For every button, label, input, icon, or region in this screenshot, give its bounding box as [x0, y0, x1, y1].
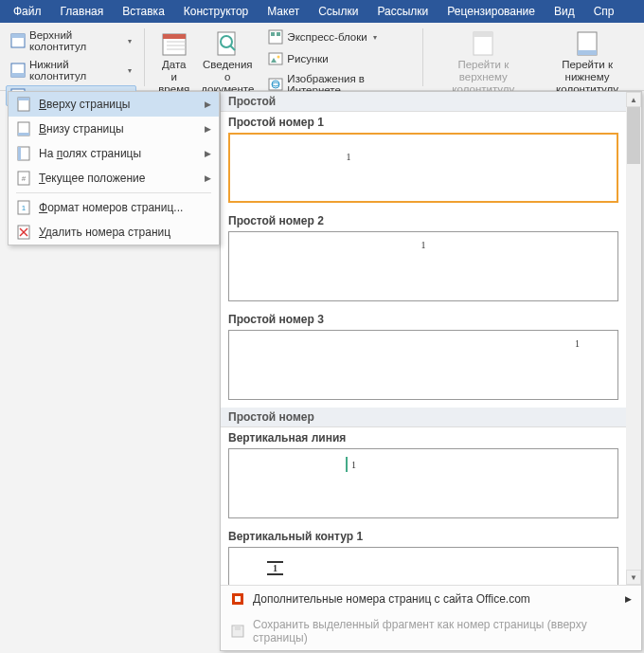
save-icon: [230, 624, 245, 639]
menu-file[interactable]: Файл: [4, 0, 51, 23]
quick-parts-label: Экспресс-блоки: [287, 31, 367, 43]
menu-insert[interactable]: Вставка: [113, 0, 174, 23]
menu-layout[interactable]: Макет: [258, 0, 309, 23]
arrow-right-icon: ▶: [625, 594, 632, 604]
gallery-item-title: Простой номер 2: [221, 210, 626, 229]
svg-rect-1: [11, 34, 25, 38]
pictures-button[interactable]: Рисунки: [263, 48, 414, 69]
menu-view[interactable]: Вид: [545, 0, 584, 23]
submenu-label: На полях страницы: [39, 147, 141, 160]
svg-rect-3: [11, 73, 25, 77]
header-top-button[interactable]: Верхний колонтитул ▾: [6, 27, 136, 55]
goto-footer-button[interactable]: Перейти к нижнему колонтитулу: [536, 27, 638, 98]
gallery-section-header: Простой номер: [221, 408, 626, 427]
goto-header-button[interactable]: Перейти к верхнему колонтитулу: [431, 27, 537, 98]
header-bottom-label: Нижний колонтитул: [29, 59, 122, 82]
svg-rect-7: [163, 34, 186, 39]
more-label: Дополнительные номера страниц с сайта Of…: [253, 592, 530, 606]
top-page-icon: [16, 97, 31, 112]
header-bottom-button[interactable]: Нижний колонтитул ▾: [6, 56, 136, 84]
page-number-preview: 1: [346, 457, 356, 472]
goto-footer-icon: [572, 28, 602, 59]
office-icon: [230, 591, 245, 607]
date-time-button[interactable]: Дата и время: [152, 27, 195, 98]
svg-rect-15: [271, 32, 275, 36]
save-selection-button: Сохранить выделенный фрагмент как номер …: [221, 612, 641, 650]
remove-icon: [16, 225, 31, 240]
svg-text:#: #: [22, 174, 27, 183]
header-icon: [10, 33, 26, 48]
gallery-item-title: Простой номер 1: [221, 112, 626, 131]
caret-icon: ▾: [373, 33, 377, 42]
gallery-item-vertical-line[interactable]: 1: [228, 448, 618, 518]
quick-parts-button[interactable]: Экспресс-блоки ▾: [263, 27, 414, 47]
caret-icon: ▾: [128, 66, 132, 75]
svg-rect-29: [18, 133, 29, 136]
caret-icon: ▾: [128, 37, 132, 45]
ribbon: Верхний колонтитул ▾ Нижний колонтитул ▾…: [0, 23, 644, 91]
scrollbar-thumb[interactable]: [627, 107, 640, 164]
menu-review[interactable]: Рецензирование: [438, 0, 545, 23]
page-number-gallery: Простой Простой номер 1 1 Простой номер …: [220, 91, 642, 651]
gallery-item-title: Вертикальный контур 1: [221, 526, 626, 545]
gallery-section-header: Простой: [221, 92, 626, 112]
gallery-item-title: Простой номер 3: [221, 309, 626, 328]
pictures-label: Рисунки: [287, 53, 328, 64]
svg-rect-31: [18, 147, 21, 160]
bottom-page-icon: [16, 121, 31, 136]
svg-rect-16: [277, 32, 280, 36]
svg-rect-17: [269, 53, 282, 64]
svg-point-19: [277, 56, 280, 59]
current-pos-icon: #: [16, 171, 31, 186]
svg-rect-23: [474, 32, 492, 37]
menu-mailings[interactable]: Рассылки: [367, 0, 438, 23]
gallery-item-simple-1[interactable]: 1: [228, 133, 618, 203]
menu-help[interactable]: Спр: [584, 0, 624, 23]
page-number-preview: 1: [421, 240, 426, 250]
footer-icon: [10, 63, 26, 78]
page-number-submenu: Вверху страницы ▶ Внизу страницы ▶ На по…: [8, 91, 220, 245]
svg-rect-27: [18, 98, 29, 100]
gallery-footer: Дополнительные номера страниц с сайта Of…: [221, 585, 641, 650]
header-top-label: Верхний колонтитул: [29, 29, 122, 52]
menu-home[interactable]: Главная: [51, 0, 114, 23]
menubar: Файл Главная Вставка Конструктор Макет С…: [0, 0, 644, 23]
scroll-up-icon[interactable]: ▲: [626, 92, 641, 107]
submenu-format-numbers[interactable]: 1 Формат номеров страниц...: [9, 195, 219, 220]
page-number-preview: 1: [267, 561, 283, 575]
submenu-top-of-page[interactable]: Вверху страницы ▶: [9, 92, 219, 117]
svg-rect-40: [235, 596, 241, 602]
scrollbar[interactable]: ▲ ▼: [626, 92, 641, 585]
gallery-item-vertical-outline-1[interactable]: 1: [228, 547, 618, 585]
margins-icon: [16, 146, 31, 161]
submenu-label: Удалить номера страниц: [39, 226, 170, 239]
more-from-office-button[interactable]: Дополнительные номера страниц с сайта Of…: [221, 586, 641, 612]
arrow-right-icon: ▶: [205, 100, 211, 109]
menu-constructor[interactable]: Конструктор: [174, 0, 258, 23]
submenu-page-margins[interactable]: На полях страницы ▶: [9, 141, 219, 166]
submenu-bottom-of-page[interactable]: Внизу страницы ▶: [9, 117, 219, 141]
submenu-label: Вверху страницы: [39, 98, 130, 111]
gallery-item-simple-2[interactable]: 1: [228, 231, 618, 301]
svg-rect-42: [235, 626, 241, 630]
gallery-item-simple-3[interactable]: 1: [228, 330, 618, 400]
picture-icon: [268, 51, 283, 66]
menu-references[interactable]: Ссылки: [309, 0, 367, 23]
page-number-preview: 1: [346, 152, 350, 162]
page-number-preview: 1: [575, 338, 580, 349]
submenu-remove-numbers[interactable]: Удалить номера страниц: [9, 220, 219, 245]
calendar-icon: [159, 28, 189, 59]
goto-header-icon: [468, 28, 498, 59]
save-label: Сохранить выделенный фрагмент как номер …: [253, 618, 632, 644]
gallery-item-title: Вертикальная линия: [221, 427, 626, 446]
submenu-label: Внизу страницы: [39, 122, 124, 136]
submenu-current-position[interactable]: # Текущее положение ▶: [9, 166, 219, 190]
arrow-right-icon: ▶: [205, 124, 211, 134]
submenu-label: Формат номеров страниц...: [39, 201, 183, 214]
format-icon: 1: [16, 200, 31, 215]
gallery-scroll[interactable]: Простой Простой номер 1 1 Простой номер …: [221, 92, 641, 585]
arrow-right-icon: ▶: [205, 149, 211, 158]
scroll-down-icon[interactable]: ▼: [626, 570, 641, 585]
svg-rect-25: [578, 50, 597, 55]
quick-parts-icon: [268, 29, 283, 45]
